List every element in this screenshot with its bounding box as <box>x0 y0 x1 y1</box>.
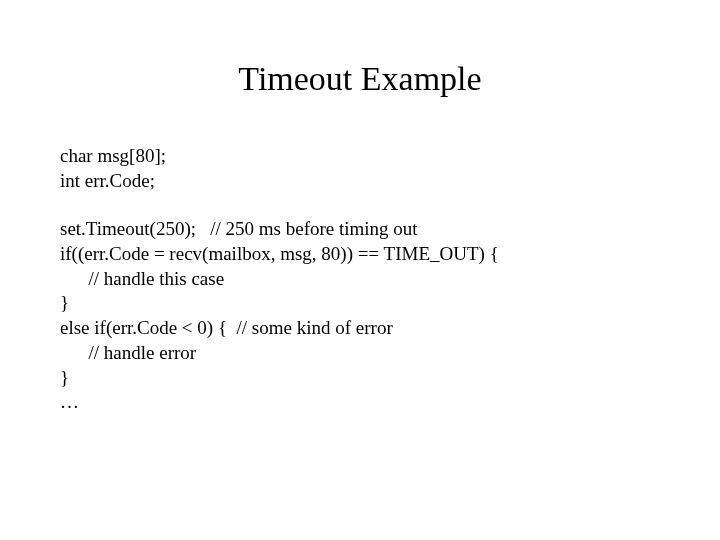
code-line: … <box>60 390 660 415</box>
blank-line <box>60 193 660 217</box>
code-line: } <box>60 291 660 316</box>
code-line: int err.Code; <box>60 169 660 194</box>
code-line: } <box>60 366 660 391</box>
slide-title: Timeout Example <box>60 60 660 98</box>
code-block: char msg[80]; int err.Code; set.Timeout(… <box>60 144 660 415</box>
code-line: if((err.Code = recv(mailbox, msg, 80)) =… <box>60 242 660 267</box>
code-line: // handle this case <box>60 267 660 292</box>
code-line: else if(err.Code < 0) { // some kind of … <box>60 316 660 341</box>
code-line: // handle error <box>60 341 660 366</box>
code-line: set.Timeout(250); // 250 ms before timin… <box>60 217 660 242</box>
code-line: char msg[80]; <box>60 144 660 169</box>
